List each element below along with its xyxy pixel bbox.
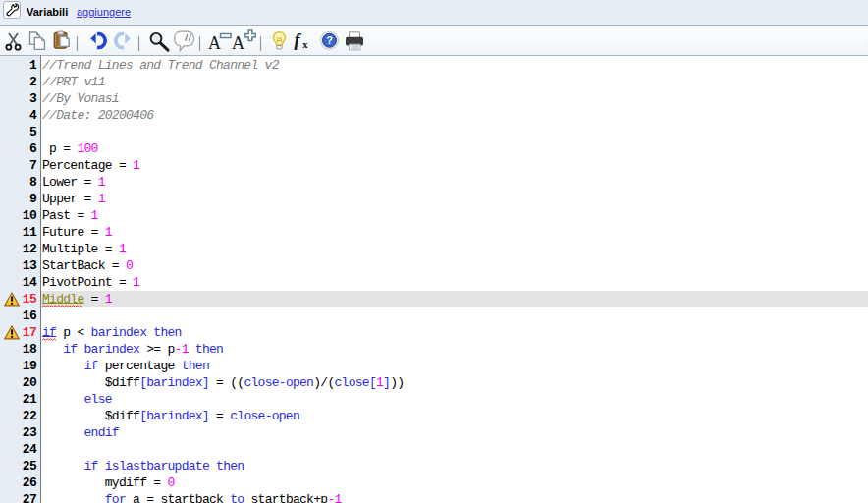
svg-text:A: A <box>208 33 221 53</box>
svg-text:f: f <box>295 30 302 50</box>
svg-text:A: A <box>232 33 244 53</box>
svg-text:x: x <box>302 39 308 50</box>
svg-text:?: ? <box>326 34 333 46</box>
